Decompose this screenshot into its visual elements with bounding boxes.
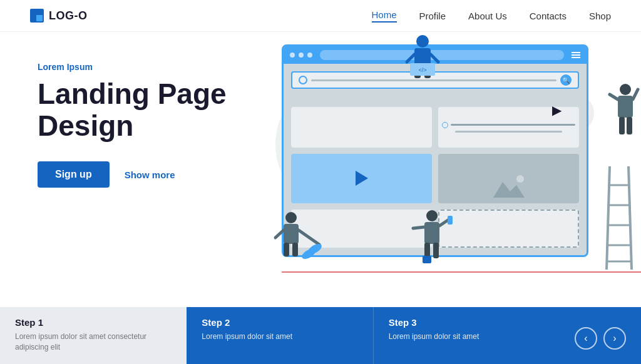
- svg-rect-36: [423, 256, 431, 263]
- cursor-icon: ▶: [552, 103, 562, 118]
- nav-profile[interactable]: Profile: [419, 11, 446, 21]
- main-section: Lorem Ipsum Landing Page Design Sign up …: [0, 32, 641, 307]
- hero-illustration: 🔍: [263, 32, 641, 307]
- widget-list: [291, 107, 432, 147]
- hero-subtitle: Lorem Ipsum: [38, 62, 233, 72]
- hero-title: Landing Page Design: [38, 78, 233, 141]
- step-1-desc: Lorem ipsum dolor sit amet consectetur a…: [15, 331, 171, 353]
- step-2-title: Step 2: [202, 317, 357, 328]
- search-small-icon: [442, 122, 448, 128]
- svg-rect-35: [448, 216, 453, 225]
- search-bar-line: [451, 124, 575, 126]
- logo-icon: [30, 9, 44, 23]
- svg-text:</>: </>: [418, 67, 426, 73]
- menu-line: [572, 52, 580, 53]
- widget-video: [291, 154, 432, 203]
- svg-line-13: [407, 54, 414, 62]
- ladder-icon: [603, 160, 635, 273]
- character-top: </>: [401, 32, 444, 88]
- image-placeholder-icon: [490, 169, 528, 201]
- svg-rect-32: [433, 243, 439, 258]
- search-icon: [299, 76, 307, 84]
- svg-rect-17: [619, 117, 625, 134]
- browser-dot-2: [299, 53, 304, 58]
- step-1: Step 1 Lorem ipsum dolor sit amet consec…: [0, 307, 187, 364]
- browser-dot-3: [307, 53, 312, 58]
- svg-line-38: [628, 166, 632, 270]
- svg-point-7: [416, 35, 429, 48]
- character-right: [607, 82, 641, 157]
- hero-buttons: Sign up Show more: [38, 161, 233, 188]
- step-3: Step 3 Lorem ipsum dolor sit amet: [374, 307, 560, 364]
- svg-rect-30: [424, 222, 439, 244]
- main-nav: Home Profile About Us Contacts Shop: [372, 9, 612, 23]
- steps-footer: Step 1 Lorem ipsum dolor sit amet consec…: [0, 307, 641, 364]
- next-button[interactable]: ›: [603, 327, 626, 350]
- footer-navigation: ‹ ›: [560, 307, 641, 364]
- svg-rect-16: [618, 96, 633, 118]
- svg-point-6: [516, 175, 524, 183]
- nav-shop[interactable]: Shop: [589, 11, 611, 21]
- step-2-desc: Lorem ipsum dolor sit amet: [202, 331, 357, 342]
- svg-line-14: [431, 54, 438, 62]
- svg-rect-22: [284, 224, 299, 244]
- svg-rect-24: [292, 243, 298, 256]
- svg-line-33: [413, 227, 424, 228]
- character-wrench: [272, 210, 329, 266]
- hero-left: Lorem Ipsum Landing Page Design Sign up …: [0, 32, 263, 307]
- widget-image: [438, 154, 579, 203]
- logo: LOG-O: [30, 9, 88, 23]
- svg-point-21: [285, 212, 297, 223]
- svg-point-29: [426, 210, 438, 221]
- play-icon: [356, 171, 368, 186]
- svg-line-34: [439, 220, 449, 226]
- prev-button[interactable]: ‹: [575, 327, 597, 350]
- nav-contacts[interactable]: Contacts: [530, 11, 567, 21]
- menu-line: [572, 54, 580, 56]
- svg-point-15: [620, 84, 631, 95]
- search-button-visual: 🔍: [560, 74, 572, 86]
- character-painter: [410, 208, 454, 271]
- step-1-title: Step 1: [15, 317, 171, 328]
- search-glass-icon: 🔍: [562, 77, 570, 84]
- step-2: Step 2 Lorem ipsum dolor sit amet: [187, 307, 373, 364]
- svg-line-19: [610, 94, 618, 99]
- signup-button[interactable]: Sign up: [38, 161, 110, 188]
- nav-about[interactable]: About Us: [468, 11, 507, 21]
- svg-line-37: [607, 166, 610, 270]
- svg-line-20: [633, 89, 638, 99]
- svg-line-25: [275, 230, 284, 238]
- logo-text: LOG-O: [49, 9, 88, 23]
- step-3-desc: Lorem ipsum dolor sit amet: [389, 331, 545, 342]
- show-more-button[interactable]: Show more: [125, 169, 175, 180]
- nav-home[interactable]: Home: [372, 9, 397, 23]
- svg-line-26: [299, 230, 319, 245]
- svg-rect-23: [284, 243, 289, 256]
- widget-bottom-2: [438, 210, 579, 248]
- menu-line: [572, 57, 580, 58]
- browser-dot-1: [290, 53, 295, 58]
- browser-menu-icon: [572, 52, 580, 58]
- step-3-title: Step 3: [389, 317, 545, 328]
- ground-line: [282, 271, 641, 273]
- svg-rect-18: [627, 117, 632, 134]
